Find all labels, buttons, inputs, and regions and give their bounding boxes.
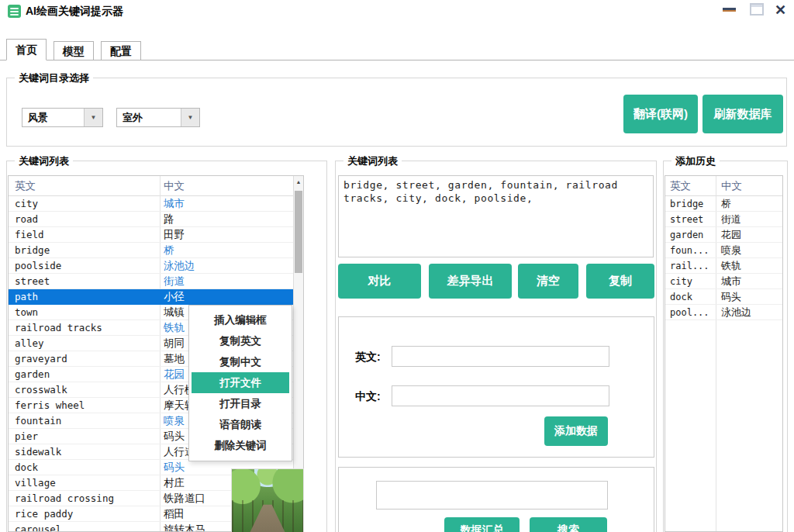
column-header-english: 英文 [670, 179, 691, 193]
cell-english: crosswalk [15, 382, 67, 398]
history-row[interactable]: garden花园 [665, 227, 782, 243]
history-row[interactable]: city城市 [665, 274, 782, 289]
chevron-down-icon: ▼ [84, 109, 102, 126]
history-row[interactable]: foun...喷泉 [665, 243, 782, 258]
cell-chinese: 花园 [164, 367, 185, 382]
cell-chinese: 泳池边 [721, 305, 751, 320]
add-data-button[interactable]: 添加数据 [544, 416, 608, 446]
cell-english: pool... [670, 305, 709, 320]
keyword-row[interactable]: poolside泳池边 [9, 258, 293, 274]
cell-english: bridge [670, 196, 703, 212]
menu-item-insert-edit-box[interactable]: 插入编辑框 [192, 309, 289, 330]
keyword-row[interactable]: street街道 [9, 274, 293, 289]
cell-english: dock [670, 289, 692, 305]
cell-chinese: 铁轨 [721, 258, 741, 274]
tab-home[interactable]: 首页 [6, 39, 47, 60]
cell-english: garden [670, 227, 703, 243]
category-dropdown[interactable]: 风景 ▼ [22, 108, 103, 127]
context-menu: 插入编辑框复制英文复制中文打开文件打开目录语音朗读删除关键词 [188, 305, 292, 461]
scroll-up-icon[interactable]: ▲ [294, 176, 303, 188]
history-row[interactable]: bridge桥 [665, 196, 782, 212]
cell-chinese: 花园 [721, 227, 741, 243]
history-table: 英文 中文 bridge桥street街道garden花园foun...喷泉ra… [665, 175, 783, 532]
selected-keywords-textarea[interactable]: bridge, street, garden, fountain, railro… [338, 175, 654, 257]
cell-english: town [15, 305, 38, 320]
cell-english: path [15, 289, 38, 305]
cell-chinese: 码头 [721, 289, 741, 305]
cell-chinese: 喷泉 [164, 413, 185, 429]
history-row[interactable]: pool...泳池边 [665, 305, 782, 320]
diff-export-button[interactable]: 差异导出 [429, 264, 512, 299]
menu-item-copy-english[interactable]: 复制英文 [192, 330, 289, 351]
chinese-input[interactable] [392, 385, 609, 406]
keyword-row[interactable]: road路 [9, 212, 293, 227]
menu-item-open-directory[interactable]: 打开目录 [192, 393, 289, 414]
tab-config[interactable]: 配置 [101, 41, 141, 60]
cell-english: rice paddy [15, 506, 73, 522]
compare-button[interactable]: 对比 [338, 264, 421, 299]
menu-item-delete-keyword[interactable]: 删除关键词 [192, 435, 289, 456]
scrollbar-thumb[interactable] [295, 191, 302, 273]
cell-chinese: 街道 [721, 212, 741, 227]
cell-english: foun... [670, 243, 709, 258]
cell-english: fountain [15, 413, 61, 429]
cell-chinese: 旋转木马 [164, 522, 205, 532]
cell-english: ferris wheel [15, 398, 85, 413]
chinese-field-label: 中文: [355, 390, 381, 404]
cell-english: bridge [15, 243, 50, 258]
cell-chinese: 铁路道口 [164, 491, 205, 506]
menu-item-open-file[interactable]: 打开文件 [192, 372, 289, 393]
data-summary-button[interactable]: 数据汇总 [444, 517, 520, 532]
history-row[interactable]: dock码头 [665, 289, 782, 305]
menu-item-voice-read[interactable]: 语音朗读 [192, 414, 289, 435]
cell-english: sidewalk [15, 444, 61, 460]
title-bar: AI绘画关键词提示器 ✕ [0, 0, 794, 23]
minimize-icon[interactable] [723, 8, 736, 12]
translate-button[interactable]: 翻译(联网) [623, 95, 698, 133]
directory-group-label: 关键词目录选择 [15, 71, 93, 85]
keyword-row[interactable]: bridge桥 [9, 243, 293, 258]
chevron-down-icon: ▼ [181, 109, 199, 126]
tab-models[interactable]: 模型 [54, 41, 94, 60]
app-window: AI绘画关键词提示器 ✕ 首页模型配置 关键词目录选择 风景 ▼ 室外 ▼ 翻译… [0, 0, 794, 532]
maximize-icon[interactable] [750, 3, 764, 16]
cell-chinese: 码头 [164, 460, 185, 475]
cell-english: rail... [670, 258, 709, 274]
history-rows: bridge桥street街道garden花园foun...喷泉rail...铁… [665, 196, 782, 531]
menu-item-copy-chinese[interactable]: 复制中文 [192, 351, 289, 372]
cell-chinese: 城镇 [164, 305, 185, 320]
subcategory-dropdown[interactable]: 室外 ▼ [116, 108, 200, 127]
cell-chinese: 泳池边 [164, 258, 195, 274]
cell-chinese: 码头 [164, 429, 185, 444]
cell-english: pier [15, 429, 38, 444]
tab-bar: 首页模型配置 [6, 39, 141, 60]
window-title: AI绘画关键词提示器 [26, 5, 123, 19]
column-header-english: 英文 [15, 179, 36, 193]
cell-chinese: 城市 [721, 274, 741, 289]
clear-button[interactable]: 清空 [518, 264, 578, 299]
history-group-label: 添加历史 [671, 154, 720, 168]
column-header-chinese: 中文 [721, 179, 742, 193]
cell-english: poolside [15, 258, 61, 274]
cell-english: street [670, 212, 703, 227]
cell-chinese: 喷泉 [721, 243, 741, 258]
keyword-table-header: 英文 中文 [9, 176, 293, 196]
keyword-row[interactable]: field田野 [9, 227, 293, 243]
copy-button[interactable]: 复制 [586, 264, 654, 299]
refresh-database-button[interactable]: 刷新数据库 [703, 95, 783, 133]
cell-english: city [670, 274, 692, 289]
keyword-row[interactable]: path小径 [9, 289, 293, 305]
english-input[interactable] [392, 346, 609, 367]
close-icon[interactable]: ✕ [775, 2, 786, 19]
cell-chinese: 桥 [721, 196, 731, 212]
cell-english: dock [15, 460, 38, 475]
history-row[interactable]: street街道 [665, 212, 782, 227]
history-row[interactable]: rail...铁轨 [665, 258, 782, 274]
cell-chinese: 村庄 [164, 475, 185, 491]
keyword-preview-image [231, 468, 304, 532]
search-button[interactable]: 搜索 [530, 517, 607, 532]
summary-input[interactable] [376, 481, 608, 510]
keyword-row[interactable]: city城市 [9, 196, 293, 212]
cell-chinese: 墓地 [164, 351, 185, 367]
cell-chinese: 小径 [164, 289, 185, 305]
